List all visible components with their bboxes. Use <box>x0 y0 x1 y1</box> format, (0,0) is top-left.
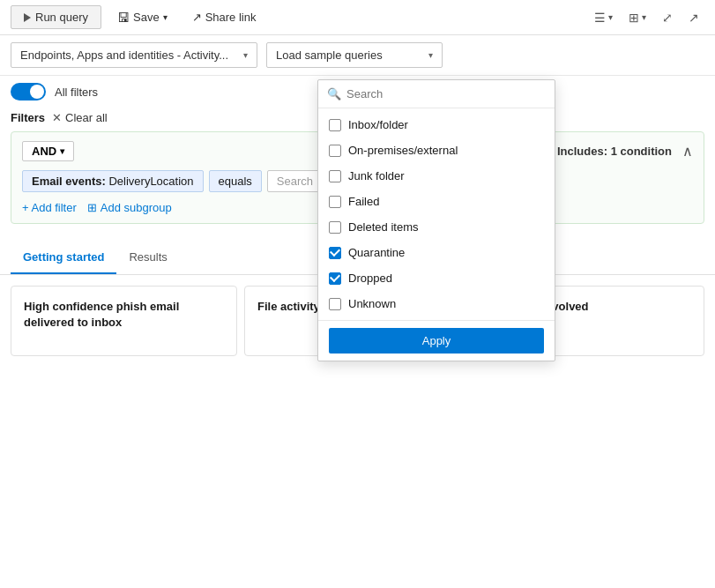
dropdown-item-label-5: Quarantine <box>348 246 405 259</box>
run-query-label: Run query <box>35 11 88 24</box>
toggle-track <box>11 83 46 100</box>
search-input-row: 🔍 <box>318 80 555 108</box>
dropdown-checkbox-0 <box>329 119 341 131</box>
toggle-thumb <box>30 85 44 99</box>
and-label: AND <box>32 145 56 158</box>
clear-all-x-icon: ✕ <box>52 111 62 124</box>
add-subgroup-button[interactable]: ⊞ Add subgroup <box>87 201 172 214</box>
share-link-label: Share link <box>205 11 257 24</box>
dropdown-item-label-2: Junk folder <box>348 169 405 182</box>
dropdown-search-icon: 🔍 <box>327 87 341 100</box>
filter-equals-tag: equals <box>209 170 262 192</box>
add-subgroup-label: Add subgroup <box>101 201 172 214</box>
share-button[interactable]: ↗ <box>683 7 704 28</box>
subgroup-icon: ⊞ <box>87 201 97 214</box>
dropdown-item-label-1: On-premises/external <box>348 144 458 157</box>
filter-tag-strong: Email events: <box>32 175 108 188</box>
dropdown-item-6[interactable]: Dropped <box>318 265 555 291</box>
dropdown-item-2[interactable]: Junk folder <box>318 163 555 189</box>
dropdowns-row: Endpoints, Apps and identities - Activit… <box>0 35 715 76</box>
and-chevron-icon: ▾ <box>60 146 64 156</box>
filter-tag-value: DeliveryLocation <box>108 175 193 188</box>
dropdown-checkbox-7 <box>329 298 341 310</box>
collapse-button[interactable]: ∧ <box>682 143 693 160</box>
play-icon <box>24 13 31 22</box>
dropdown-item-1[interactable]: On-premises/external <box>318 138 555 163</box>
all-filters-label: All filters <box>55 86 98 99</box>
dropdown-item-label-3: Failed <box>348 195 379 208</box>
filter-search-placeholder: Search <box>277 175 313 188</box>
and-button[interactable]: AND ▾ <box>22 141 74 161</box>
share-icon: ↗ <box>192 11 202 24</box>
dropdown-checkbox-6 <box>329 272 341 285</box>
dropdown-item-0[interactable]: Inbox/folder <box>318 112 555 138</box>
dropdown-checkbox-4 <box>329 221 341 234</box>
dropdown-items-list: Inbox/folderOn-premises/externalJunk fol… <box>318 108 555 320</box>
add-filter-label: + Add filter <box>22 201 77 214</box>
schema-chevron-icon: ▾ <box>243 50 248 60</box>
dropdown-search-input[interactable] <box>346 87 546 100</box>
dropdown-item-4[interactable]: Deleted items <box>318 214 555 240</box>
save-chevron-icon: ▾ <box>163 12 168 22</box>
apply-button[interactable]: Apply <box>329 328 544 354</box>
dropdown-checkbox-3 <box>329 196 341 208</box>
dropdown-checkbox-1 <box>329 145 341 157</box>
add-filter-button[interactable]: + Add filter <box>22 201 77 214</box>
share-icon2: ↗ <box>689 11 699 25</box>
dropdown-item-label-4: Deleted items <box>348 220 418 234</box>
dropdown-item-label-6: Dropped <box>348 272 392 285</box>
clear-all-button[interactable]: ✕ Clear all <box>52 111 108 124</box>
save-label: Save <box>133 11 160 24</box>
includes-text: Includes: 1 condition <box>557 145 672 158</box>
dropdown-checkbox-2 <box>329 170 341 182</box>
dropdown-item-label-0: Inbox/folder <box>348 118 408 131</box>
dropdown-apply-row: Apply <box>318 320 555 361</box>
columns-chevron-icon: ▾ <box>642 12 646 22</box>
list-chevron-icon: ▾ <box>608 12 613 22</box>
all-filters-toggle[interactable] <box>11 83 46 100</box>
expand-icon: ⤢ <box>662 11 673 25</box>
run-query-button[interactable]: Run query <box>11 5 101 29</box>
schema-dropdown-value: Endpoints, Apps and identities - Activit… <box>20 48 228 62</box>
card-0[interactable]: High confidence phish email delivered to… <box>11 286 237 356</box>
save-icon: 🖫 <box>117 11 130 25</box>
card-title-0: High confidence phish email delivered to… <box>24 299 224 331</box>
expand-button[interactable]: ⤢ <box>657 7 678 28</box>
dropdown-checkbox-5 <box>329 247 341 259</box>
filter-tag-delivery-location: Email events: DeliveryLocation <box>22 170 204 192</box>
tab-results[interactable]: Results <box>116 242 179 274</box>
search-dropdown: 🔍 Inbox/folderOn-premises/externalJunk f… <box>317 79 555 361</box>
dropdown-item-3[interactable]: Failed <box>318 189 555 214</box>
sample-queries-value: Load sample queries <box>276 48 383 62</box>
dropdown-item-label-7: Unknown <box>348 297 396 310</box>
list-view-button[interactable]: ☰ ▾ <box>589 7 618 28</box>
sample-queries-dropdown[interactable]: Load sample queries ▾ <box>266 42 443 68</box>
columns-icon: ⊞ <box>629 11 639 25</box>
dropdown-item-5[interactable]: Quarantine <box>318 240 555 265</box>
filters-label: Filters <box>11 111 45 124</box>
toolbar-right: ☰ ▾ ⊞ ▾ ⤢ ↗ <box>589 7 704 28</box>
dropdown-item-7[interactable]: Unknown <box>318 291 555 316</box>
save-button[interactable]: 🖫 Save ▾ <box>108 6 176 29</box>
toolbar: Run query 🖫 Save ▾ ↗ Share link ☰ ▾ ⊞ ▾ … <box>0 0 715 35</box>
columns-button[interactable]: ⊞ ▾ <box>623 7 652 28</box>
sample-chevron-icon: ▾ <box>428 50 433 60</box>
schema-dropdown[interactable]: Endpoints, Apps and identities - Activit… <box>11 42 257 68</box>
tab-getting-started[interactable]: Getting started <box>11 242 116 274</box>
list-icon: ☰ <box>594 11 606 25</box>
clear-all-label: Clear all <box>65 111 108 124</box>
share-link-button[interactable]: ↗ Share link <box>183 6 265 28</box>
